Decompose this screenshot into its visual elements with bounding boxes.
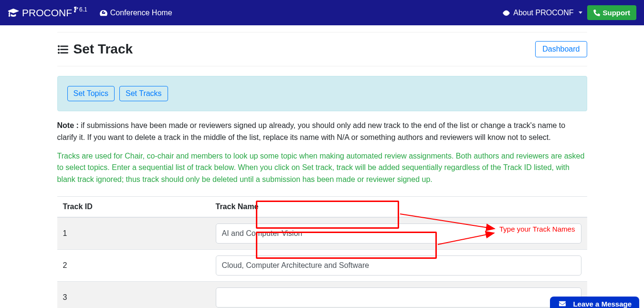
support-button[interactable]: Support — [587, 5, 637, 20]
set-tracks-button[interactable]: Set Tracks — [119, 86, 168, 101]
top-rule — [57, 32, 587, 32]
note-body: if submissions have been made or reviewe… — [57, 121, 566, 141]
leave-message-widget[interactable]: Leave a Message — [550, 297, 639, 308]
main-container: Set Track Dashboard Set Topics Set Track… — [57, 25, 587, 308]
help-paragraph: Tracks are used for Chair, co-chair and … — [57, 150, 587, 186]
chevron-down-icon — [579, 11, 582, 14]
about-link[interactable]: About PROCONF — [502, 9, 582, 17]
leave-message-label: Leave a Message — [573, 300, 632, 308]
branch-icon — [74, 7, 78, 12]
track-id-cell: 2 — [57, 249, 210, 281]
phone-icon — [593, 10, 600, 16]
track-name-input[interactable] — [216, 255, 581, 276]
page-header: Set Track Dashboard — [57, 38, 587, 66]
envelope-icon — [558, 300, 567, 307]
table-row: 1 — [57, 217, 587, 250]
col-track-id: Track ID — [57, 196, 210, 217]
nav-right: About PROCONF Support — [502, 5, 636, 20]
conference-home-label: Conference Home — [110, 9, 172, 17]
about-label: About PROCONF — [513, 9, 573, 17]
brand-name: PROCONF — [22, 7, 72, 19]
note-label: Note : — [57, 121, 79, 129]
info-panel: Set Topics Set Tracks — [57, 76, 587, 111]
page-title: Set Track — [74, 42, 133, 57]
brand-link[interactable]: PROCONF 6.1 — [8, 7, 87, 19]
set-topics-button[interactable]: Set Topics — [67, 86, 115, 101]
track-id-cell: 1 — [57, 217, 210, 250]
track-name-input[interactable] — [216, 287, 581, 308]
conference-home-link[interactable]: Conference Home — [94, 5, 178, 21]
list-icon — [57, 44, 69, 54]
brand-version: 6.1 — [74, 6, 87, 13]
table-row: 3 — [57, 281, 587, 308]
col-track-name: Track Name — [210, 196, 587, 217]
dashboard-icon — [100, 10, 107, 16]
dashboard-button[interactable]: Dashboard — [535, 41, 587, 57]
track-id-cell: 3 — [57, 281, 210, 308]
graduation-cap-icon — [8, 8, 19, 17]
page-title-group: Set Track — [57, 42, 133, 57]
tracks-table: Track ID Track Name 1 2 3 4 — [57, 196, 587, 308]
table-row: 2 — [57, 249, 587, 281]
top-navbar: PROCONF 6.1 Conference Home About PROCON… — [0, 0, 644, 25]
track-name-input[interactable] — [216, 223, 581, 244]
note-paragraph: Note : if submissions have been made or … — [57, 120, 587, 144]
support-label: Support — [603, 9, 631, 17]
eye-icon — [502, 10, 510, 16]
